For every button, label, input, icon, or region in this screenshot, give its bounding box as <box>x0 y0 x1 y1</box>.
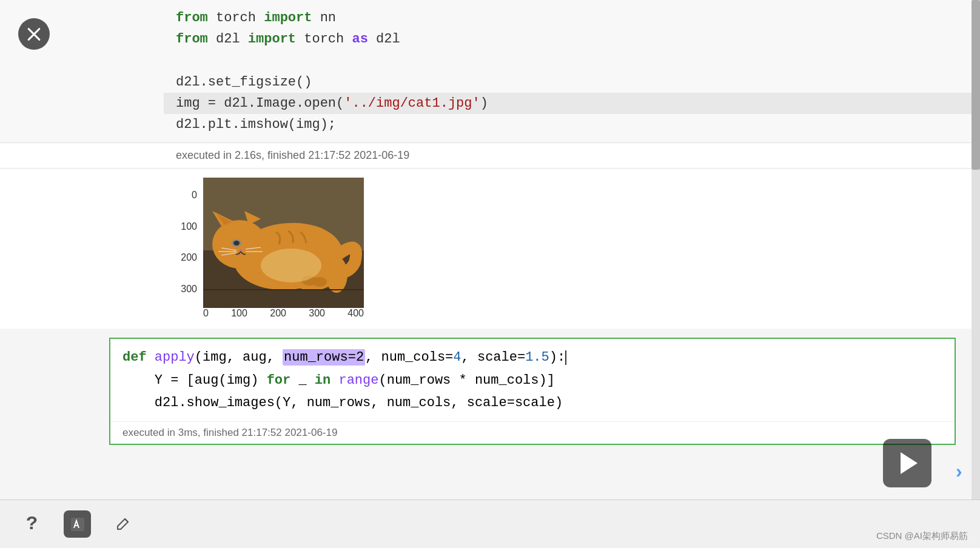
code-line-3 <box>176 50 968 71</box>
help-icon[interactable]: ? <box>18 510 45 538</box>
next-button[interactable]: › <box>944 457 974 487</box>
cell-2-code: def apply(img, aug, num_rows=2, num_cols… <box>110 339 955 421</box>
x-label-0: 0 <box>203 308 209 319</box>
watermark: CSDN @AI架构师易筋 <box>876 530 968 542</box>
code-line-6: d2l.plt.imshow(img); <box>176 114 968 135</box>
code-section-1: from torch import nn from d2l import tor… <box>0 0 980 169</box>
y-label-200: 200 <box>181 252 197 263</box>
cell-2-execution-info: executed in 3ms, finished 21:17:52 2021-… <box>110 421 955 444</box>
cell-2-wrapper: In [2]: def apply(img, aug, num_rows=2, … <box>55 338 968 445</box>
cat-image <box>203 178 364 308</box>
x-label-400: 400 <box>347 308 364 319</box>
code-line-1: from torch import nn <box>176 7 968 28</box>
x-label-300: 300 <box>309 308 325 319</box>
cell-2-line-2: Y = [aug(img) for _ in range(num_rows * … <box>122 369 942 392</box>
code-block-1: from torch import nn from d2l import tor… <box>0 0 980 142</box>
svg-point-19 <box>261 249 321 282</box>
code-line-5-highlight: img = d2l.Image.open('../img/cat1.jpg') <box>164 93 980 114</box>
cell-2-line-3: d2l.show_images(Y, num_rows, num_cols, s… <box>122 392 942 414</box>
svg-point-8 <box>233 241 240 246</box>
edit-icon-1[interactable] <box>64 510 91 538</box>
svg-point-18 <box>312 277 327 287</box>
x-label-100: 100 <box>231 308 247 319</box>
y-label-100: 100 <box>181 221 197 232</box>
scrollbar-thumb[interactable] <box>972 0 980 170</box>
y-label-0: 0 <box>192 190 197 201</box>
edit-svg-2 <box>115 516 132 533</box>
plot-container: 0 100 200 300 <box>176 178 364 319</box>
x-label-200: 200 <box>270 308 286 319</box>
toolbar: ? <box>0 500 980 548</box>
y-axis-labels: 0 100 200 300 <box>176 190 200 295</box>
edit-icon-2[interactable] <box>109 510 136 538</box>
edit-svg-1 <box>69 516 86 533</box>
close-button[interactable] <box>18 18 50 50</box>
main-container: from torch import nn from d2l import tor… <box>0 0 980 548</box>
x-axis-labels: 0 100 200 300 400 <box>176 308 364 319</box>
code-line-4: d2l.set_figsize() <box>176 72 968 93</box>
execution-info-1: executed in 2.16s, finished 21:17:52 202… <box>0 142 980 168</box>
play-button[interactable] <box>883 439 931 487</box>
plot-area: 0 100 200 300 <box>0 169 980 329</box>
y-label-300: 300 <box>181 284 197 295</box>
cat-svg <box>203 178 364 308</box>
svg-line-22 <box>125 519 128 522</box>
code-line-2: from d2l import torch as d2l <box>176 28 968 50</box>
cell-2-line-1: def apply(img, aug, num_rows=2, num_cols… <box>122 346 942 369</box>
cell-2[interactable]: def apply(img, aug, num_rows=2, num_cols… <box>109 338 956 445</box>
